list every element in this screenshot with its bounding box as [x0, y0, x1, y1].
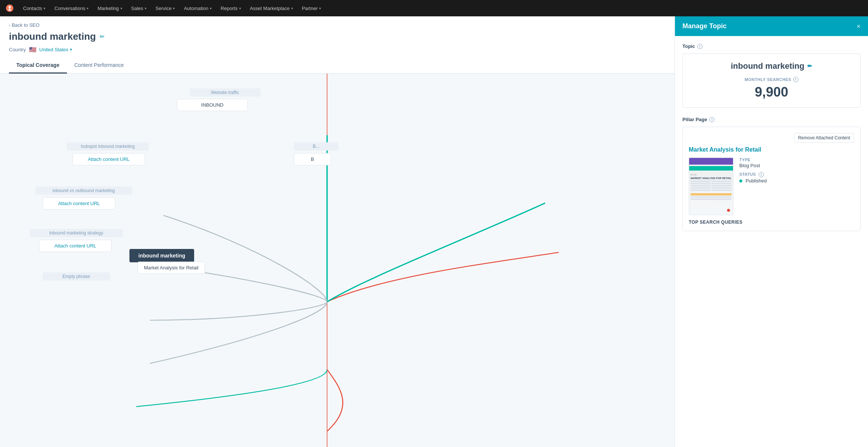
nav-item-asset-marketplace[interactable]: Asset Marketplace ▾ — [246, 3, 297, 13]
topic-edit-icon[interactable]: ✏ — [807, 63, 812, 69]
content-title-link[interactable]: Market Analysis for Retail — [689, 146, 854, 153]
inbound-strategy-label: inbound marketing strategy — [30, 229, 123, 237]
inbound-vs-outbound-label: inbound vs outbound marketing — [35, 187, 132, 195]
panel-close-button[interactable]: × — [856, 23, 861, 30]
pillar-page-section: Pillar Page i Remove Attached Content Ma… — [682, 117, 861, 231]
panel-body: Topic i inbound marketing ✏ MONTHLY SEAR… — [675, 36, 868, 447]
inbound-vs-outbound-attach: Attach content URL — [43, 197, 115, 210]
hubspot-attach-link[interactable]: Attach content URL — [88, 156, 130, 162]
center-topic-sub: Market Analysis for Retail — [138, 262, 205, 274]
nav-item-reports[interactable]: Reports ▾ — [217, 3, 245, 13]
us-flag-icon: 🇺🇸 — [29, 46, 36, 53]
hubspot-inbound-label: hubspot inbound marketing — [67, 142, 149, 150]
monthly-searches-label: MONTHLY SEARCHES i — [690, 77, 853, 82]
chevron-down-icon: ▾ — [120, 6, 122, 10]
hubspot-attach-node: Attach content URL — [73, 153, 145, 165]
chevron-left-icon: ‹ — [9, 23, 10, 27]
published-status-dot — [739, 179, 742, 182]
chevron-down-icon: ▾ — [145, 6, 147, 10]
content-type-row: Type Blog Post — [739, 158, 854, 168]
remove-attached-content-button[interactable]: Remove Attached Content — [794, 133, 854, 143]
hubspot-logo[interactable] — [4, 3, 15, 13]
monthly-searches-info-icon[interactable]: i — [793, 77, 798, 82]
chevron-down-icon: ▾ — [210, 6, 212, 10]
tabs-row: Topical Coverage Content Performance — [0, 58, 675, 74]
content-thumbnail: BLOG MARKET ANALYSIS FOR RETAIL — [689, 158, 733, 215]
panel-header: Manage Topic × — [675, 16, 868, 36]
content-status-row: Status i Published — [739, 172, 854, 184]
country-row: Country 🇺🇸 United States ▾ — [9, 46, 666, 58]
page-header: ‹ Back to SEO inbound marketing ✏ Countr… — [0, 16, 675, 58]
tab-content-performance[interactable]: Content Performance — [67, 58, 131, 74]
inbound-strategy-attach: Attach content URL — [39, 240, 112, 252]
nav-item-contacts[interactable]: Contacts ▾ — [19, 3, 49, 13]
monthly-searches-value: 9,900 — [690, 84, 853, 100]
content-preview: BLOG MARKET ANALYSIS FOR RETAIL — [689, 158, 854, 215]
nav-item-conversations[interactable]: Conversations ▾ — [51, 3, 92, 13]
chevron-down-icon: ▾ — [70, 47, 72, 52]
page-title-row: inbound marketing ✏ — [9, 31, 666, 42]
thumbnail-image: BLOG MARKET ANALYSIS FOR RETAIL — [689, 158, 733, 215]
manage-topic-panel: Manage Topic × Topic i inbound marketing… — [675, 16, 868, 447]
empty-phrase-label: Empty phrase — [43, 272, 110, 281]
inbound-box: INBOUND — [177, 99, 248, 111]
right-node-box: B — [294, 153, 331, 165]
status-info-icon[interactable]: i — [759, 172, 764, 177]
center-topic-node: inbound marketing — [129, 249, 194, 262]
nav-item-partner[interactable]: Partner ▾ — [298, 3, 325, 13]
topic-card-title: inbound marketing ✏ — [690, 61, 853, 71]
content-meta: Type Blog Post Status i Publis — [739, 158, 854, 215]
topic-map-svg — [0, 74, 675, 447]
nav-item-sales[interactable]: Sales ▾ — [128, 3, 151, 13]
pillar-card: Remove Attached Content Market Analysis … — [682, 127, 861, 231]
edit-title-icon[interactable]: ✏ — [100, 33, 105, 40]
back-to-seo-link[interactable]: ‹ Back to SEO — [9, 22, 666, 28]
inbound-strategy-link[interactable]: Attach content URL — [54, 243, 96, 249]
website-traffic-label: Website traffic — [190, 88, 260, 97]
main-wrapper: ‹ Back to SEO inbound marketing ✏ Countr… — [0, 16, 868, 447]
chevron-down-icon: ▾ — [239, 6, 241, 10]
page-title: inbound marketing — [9, 31, 96, 42]
inbound-vs-outbound-link[interactable]: Attach content URL — [58, 201, 100, 206]
nav-item-service[interactable]: Service ▾ — [152, 3, 179, 13]
tab-topical-coverage[interactable]: Topical Coverage — [9, 58, 67, 74]
right-node-label: B... — [294, 142, 338, 150]
topic-section-header: Topic i — [682, 43, 861, 49]
status-badge: Published — [739, 178, 854, 184]
chevron-down-icon: ▾ — [319, 6, 321, 10]
top-search-queries-label: TOP SEARCH QUERIES — [689, 220, 854, 225]
nav-item-marketing[interactable]: Marketing ▾ — [94, 3, 126, 13]
svg-point-1 — [9, 6, 11, 8]
chevron-down-icon: ▾ — [173, 6, 175, 10]
panel-title: Manage Topic — [682, 22, 727, 30]
chevron-down-icon: ▾ — [291, 6, 293, 10]
chevron-down-icon: ▾ — [44, 6, 45, 10]
topic-map: Website traffic INBOUND hubspot inbound … — [0, 74, 675, 447]
pillar-page-label: Pillar Page i — [682, 117, 861, 122]
topic-info-icon[interactable]: i — [697, 44, 703, 49]
chevron-down-icon: ▾ — [87, 6, 89, 10]
pillar-page-info-icon[interactable]: i — [709, 117, 714, 122]
topic-card: inbound marketing ✏ MONTHLY SEARCHES i 9… — [682, 54, 861, 108]
top-navigation: Contacts ▾ Conversations ▾ Marketing ▾ S… — [0, 0, 868, 16]
main-content: ‹ Back to SEO inbound marketing ✏ Countr… — [0, 16, 675, 447]
country-selector[interactable]: United States ▾ — [39, 47, 72, 52]
nav-item-automation[interactable]: Automation ▾ — [180, 3, 215, 13]
